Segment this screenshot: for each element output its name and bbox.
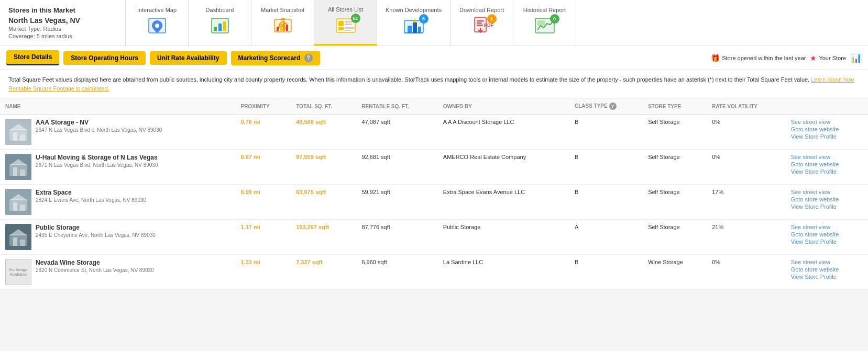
store-thumbnail (5, 154, 31, 180)
sub-tab-store-operating-hours[interactable]: Store Operating Hours (63, 51, 146, 65)
svg-rect-29 (477, 22, 482, 24)
table-body: AAA Storage - NV 2647 N Las Vegas Blvd c… (0, 115, 868, 290)
svg-rect-11 (280, 24, 282, 31)
col-proximity: PROXIMITY (236, 98, 291, 115)
nav-tabs: Interactive Map Dashboard (126, 0, 868, 46)
stores-in-market-label: Stores in this Market (8, 6, 117, 14)
actions-cell: See street viewGoto store websiteView St… (786, 220, 868, 255)
tab-market-snapshot[interactable]: Market Snapshot (251, 0, 314, 46)
total-sqft-value: 49,566 sqft (296, 119, 326, 125)
rate-volatility-cell: 0% (707, 115, 785, 150)
tab-market-snapshot-label: Market Snapshot (261, 7, 304, 13)
stores-table-container: NAME PROXIMITY TOTAL SQ. FT. RENTABLE SQ… (0, 98, 868, 290)
tab-known-developments[interactable]: Known Developments 6 (377, 0, 451, 46)
tab-interactive-map[interactable]: Interactive Map (126, 0, 189, 46)
action-link[interactable]: Goto store website (791, 266, 863, 273)
proximity-value: 1.17 mi (241, 224, 260, 230)
download-report-badge: 1 (487, 14, 497, 24)
tab-dashboard[interactable]: Dashboard (189, 0, 251, 46)
class-type-cell: B (569, 255, 643, 290)
action-link[interactable]: View Store Profile (791, 168, 863, 175)
rentable-sqft-cell: 92,681 sqft (356, 150, 437, 185)
store-name: Nevada Wine Storage (36, 259, 154, 266)
action-link[interactable]: Goto store website (791, 126, 863, 132)
legend-area: 🎁 Store opened within the last year ★ Yo… (711, 52, 862, 64)
store-type-cell: Self Storage (643, 185, 707, 220)
svg-rect-52 (13, 237, 17, 246)
table-row: AAA Storage - NV 2647 N Las Vegas Blvd c… (0, 115, 868, 150)
col-rate-volatility: RATE VOLATILITY (707, 98, 785, 115)
store-thumbnail (5, 189, 31, 215)
actions-cell: See street viewGoto store websiteView St… (786, 185, 868, 220)
store-name: AAA Storage - NV (36, 119, 162, 126)
sub-tab-store-details[interactable]: Store Details (6, 50, 59, 65)
svg-rect-23 (413, 22, 417, 33)
svg-rect-37 (13, 132, 17, 141)
tab-known-developments-label: Known Developments (386, 7, 442, 13)
total-sqft-value: 97,559 sqft (296, 154, 326, 160)
total-sqft-cell: 97,559 sqft (291, 150, 356, 185)
rentable-sqft-cell: 87,776 sqft (356, 220, 437, 255)
dashboard-icon (210, 16, 230, 39)
notice-bar: Total Square Feet values displayed here … (0, 70, 868, 98)
store-address: 2671 N Las Vegas Blvd, North Las Vegas, … (36, 162, 158, 168)
sub-tab-unit-rate-availability[interactable]: Unit Rate Availability (150, 51, 226, 65)
action-link[interactable]: View Store Profile (791, 203, 863, 210)
action-link[interactable]: See street view (791, 119, 863, 125)
pdf-export-icon[interactable]: 📊 (850, 52, 862, 64)
total-sqft-cell: 7,327 sqft (291, 255, 356, 290)
proximity-cell: 1.33 mi (236, 255, 291, 290)
svg-rect-48 (20, 205, 25, 211)
legend-opened-label: Store opened within the last year (722, 55, 806, 61)
tab-download-report-label: Download Report (459, 7, 504, 13)
action-link[interactable]: Goto store website (791, 161, 863, 167)
action-link[interactable]: See street view (791, 224, 863, 230)
svg-rect-19 (345, 27, 354, 29)
svg-rect-28 (477, 20, 484, 21)
store-name: Public Storage (36, 224, 156, 231)
action-link[interactable]: View Store Profile (791, 133, 863, 140)
store-name-cell: U-Haul Moving & Storage of N Las Vegas 2… (0, 150, 236, 185)
svg-rect-43 (20, 169, 25, 176)
market-coverage: Coverage: 5 miles radius (8, 33, 117, 39)
table-row: No Image Available Nevada Wine Storage 2… (0, 255, 868, 290)
tab-dashboard-label: Dashboard (206, 7, 234, 13)
col-name: NAME (0, 98, 236, 115)
action-link[interactable]: Goto store website (791, 196, 863, 202)
marketing-scorecard-help-icon[interactable]: ? (304, 54, 313, 62)
historical-report-badge: 0 (550, 14, 559, 24)
action-link[interactable]: View Store Profile (791, 274, 863, 280)
all-stores-list-icon: 61 (334, 16, 357, 38)
action-link[interactable]: View Store Profile (791, 239, 863, 245)
class-type-help-icon[interactable]: ? (609, 103, 617, 110)
action-link[interactable]: See street view (791, 259, 863, 265)
tab-download-report[interactable]: Download Report PDF 1 (451, 0, 513, 46)
total-sqft-cell: 49,566 sqft (291, 115, 356, 150)
store-type-cell: Self Storage (643, 115, 707, 150)
rentable-sqft-cell: 6,960 sqft (356, 255, 437, 290)
table-row: Extra Space 2824 E Evans Ave, North Las … (0, 185, 868, 220)
svg-rect-18 (345, 24, 352, 25)
store-address: 2647 N Las Vegas Blvd c, North Las Vegas… (36, 127, 162, 133)
tab-all-stores-list[interactable]: All Stores List 61 (314, 0, 377, 46)
svg-rect-42 (13, 167, 17, 176)
action-link[interactable]: Goto store website (791, 231, 863, 237)
action-link[interactable]: See street view (791, 189, 863, 195)
tab-historical-report[interactable]: Historical Report 0 (513, 0, 576, 46)
rentable-sqft-cell: 59,921 sqft (356, 185, 437, 220)
historical-report-icon: 0 (533, 16, 556, 39)
market-snapshot-icon (272, 16, 293, 39)
sub-tab-marketing-scorecard[interactable]: Marketing Scorecard ? (231, 51, 320, 65)
interactive-map-icon (147, 16, 168, 39)
svg-rect-20 (345, 30, 351, 31)
proximity-cell: 1.17 mi (236, 220, 291, 255)
rentable-sqft-cell: 47,087 sqft (356, 115, 437, 150)
svg-rect-47 (13, 202, 17, 211)
tab-historical-report-label: Historical Report (523, 7, 566, 13)
star-icon: ★ (810, 54, 817, 62)
action-link[interactable]: See street view (791, 154, 863, 160)
owned-by-cell: Extra Space Evans Avenue LLC (438, 185, 569, 220)
legend-your-store-item: ★ Your Store (810, 54, 846, 62)
total-sqft-value: 7,327 sqft (296, 259, 323, 265)
owned-by-cell: AMERCO Real Estate Company (438, 150, 569, 185)
